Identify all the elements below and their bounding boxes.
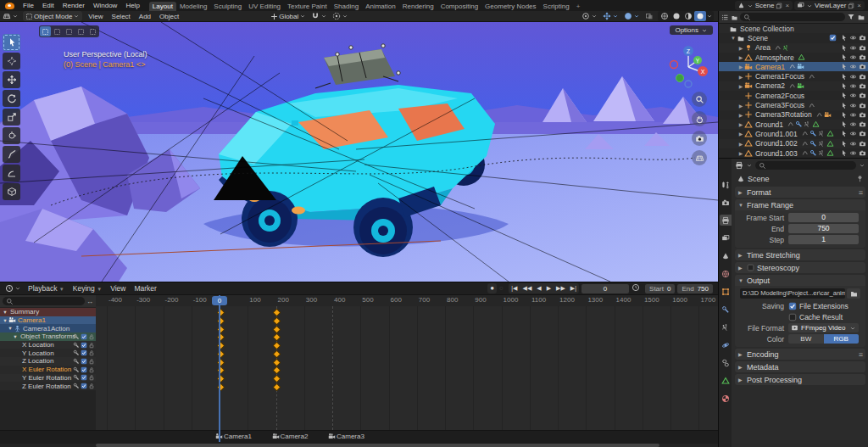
copy-icon[interactable] (776, 3, 782, 9)
channel-modifier-icon[interactable] (73, 342, 80, 349)
pin-icon[interactable] (856, 175, 864, 182)
toggle-render-icon[interactable] (859, 140, 866, 148)
expand-icon[interactable]: ▼ (2, 318, 8, 323)
keyframe[interactable] (273, 309, 281, 317)
timeline-ruler[interactable]: -400-300-200-100010020030040050060070080… (96, 295, 718, 307)
channel-modifier-icon[interactable] (73, 358, 80, 365)
channel-y-euler-rotation[interactable]: Y Euler Rotation (0, 374, 96, 383)
keyframe[interactable] (273, 317, 281, 326)
channel-enable-checkbox[interactable] (81, 349, 87, 356)
tool-move[interactable] (3, 71, 20, 88)
proportional-editing-toggle[interactable] (330, 11, 351, 21)
shading-solid-button[interactable] (670, 11, 682, 21)
outliner-row-camera1focus[interactable]: ▶ Camera1Focus (719, 71, 868, 81)
outliner-row-camera3rotation[interactable]: ▶ Camera3Rotation (719, 110, 868, 120)
timeline-menu-marker[interactable]: Marker (130, 284, 160, 293)
workspace-tab-texture-paint[interactable]: Texture Paint (284, 2, 331, 11)
toggle-selectable-icon[interactable] (840, 34, 848, 42)
properties-tab-object[interactable] (720, 286, 732, 297)
properties-tab-particles[interactable] (720, 321, 732, 332)
toggle-visibility-icon[interactable] (849, 130, 857, 137)
properties-tab-constraints[interactable] (720, 357, 732, 368)
viewport-3d[interactable]: User Perspective (Local) (0) Scene | Cam… (0, 22, 718, 282)
channel-object-transforms[interactable]: ▼Object Transforms (0, 332, 96, 341)
tool-annotate[interactable] (3, 146, 20, 163)
frame-start-field[interactable]: Start0 (645, 284, 675, 293)
presets-icon[interactable]: ≡ (859, 350, 862, 359)
filter-icon[interactable] (847, 13, 855, 21)
nav-pan-button[interactable] (692, 111, 707, 126)
toggle-render-icon[interactable] (859, 53, 866, 61)
scene-selector[interactable]: Scene × (735, 1, 793, 10)
expand-icon[interactable]: ▶ (737, 74, 744, 80)
keyframe-area[interactable] (96, 306, 718, 430)
keyframe[interactable] (273, 366, 281, 375)
menu-render[interactable]: Render (58, 2, 89, 9)
toggle-render-icon[interactable] (859, 82, 866, 90)
toggle-selectable-icon[interactable] (840, 102, 848, 109)
keyframe[interactable] (216, 349, 225, 358)
keyframe[interactable] (273, 342, 281, 350)
toggle-visibility-icon[interactable] (849, 53, 857, 61)
editor-type-button[interactable] (0, 11, 21, 21)
expand-icon[interactable]: ▶ (737, 150, 744, 156)
toggle-selectable-icon[interactable] (840, 73, 848, 81)
properties-tab-modifiers[interactable] (720, 304, 732, 315)
color-bw-button[interactable]: BW (788, 334, 824, 344)
keyframe[interactable] (216, 342, 225, 350)
outliner-row-camera2[interactable]: ▶ Camera2 (719, 81, 868, 91)
close-icon[interactable]: × (856, 2, 862, 9)
keyframe[interactable] (216, 317, 225, 326)
preview-range-icon[interactable] (629, 283, 643, 293)
channel-enable-checkbox[interactable] (81, 358, 87, 365)
expand-icon[interactable]: ▶ (737, 54, 744, 60)
keying-set-button[interactable]: ◌ (497, 283, 505, 293)
expand-width-icon[interactable]: ↔ (86, 298, 93, 305)
outliner-row-ground1-002[interactable]: ▶ Ground1.002 (719, 139, 868, 148)
channel-lock-icon[interactable] (88, 383, 95, 389)
properties-tab-view-layer[interactable] (720, 232, 732, 243)
outliner-row-ground1-001[interactable]: ▶ Ground1.001 (719, 129, 868, 138)
expand-icon[interactable]: ▼ (730, 36, 737, 41)
menu-file[interactable]: File (19, 2, 38, 9)
expand-icon[interactable]: ▶ (737, 131, 744, 137)
workspace-tab-rendering[interactable]: Rendering (399, 2, 437, 11)
toggle-selectable-icon[interactable] (840, 120, 848, 128)
stereoscopy-checkbox[interactable] (747, 264, 754, 271)
channel-lock-icon[interactable] (88, 342, 95, 349)
display-mode-icon[interactable] (731, 14, 738, 21)
channel-z-location[interactable]: Z Location (0, 357, 96, 366)
panel-time-stretching[interactable]: ▶Time Stretching (735, 249, 865, 260)
frame-end-field[interactable]: End750 (677, 284, 713, 293)
keyframe[interactable] (273, 349, 281, 358)
viewport-menu-select[interactable]: Select (108, 13, 135, 20)
frame-end-field[interactable]: 750 (788, 224, 859, 233)
copy-icon[interactable] (848, 3, 854, 9)
outliner-row-camera1[interactable]: ▶ Camera1 (719, 62, 868, 71)
toggle-visibility-icon[interactable] (849, 63, 857, 70)
toggle-visibility-icon[interactable] (849, 82, 857, 90)
channel-enable-checkbox[interactable] (81, 333, 87, 340)
keyframe[interactable] (273, 333, 281, 342)
toggle-render-icon[interactable] (859, 102, 866, 109)
channel-modifier-icon[interactable] (73, 374, 80, 381)
timeline-body[interactable]: -400-300-200-100010020030040050060070080… (0, 295, 718, 447)
playback-next-keyframe-button[interactable]: ▶▶ (554, 283, 568, 293)
color-rgb-button[interactable]: RGB (824, 334, 860, 344)
toggle-visibility-icon[interactable] (849, 73, 857, 81)
toggle-visibility-icon[interactable] (849, 111, 857, 119)
nav-perspective-button[interactable] (692, 150, 707, 165)
workspace-tab-scripting[interactable]: Scripting (540, 2, 573, 11)
panel-encoding[interactable]: ▶Encoding≡ (735, 349, 865, 360)
playback-jump-start-button[interactable]: |◀ (509, 283, 520, 293)
editor-type-icon[interactable] (721, 14, 729, 21)
mode-selector[interactable]: Object Mode (23, 11, 82, 21)
editor-type-icon[interactable] (735, 161, 743, 170)
keyframe[interactable] (216, 366, 225, 375)
auto-keying-button[interactable]: ● (487, 283, 497, 293)
nav-camera-view-button[interactable] (692, 131, 707, 146)
frame-start-field[interactable]: 0 (788, 213, 859, 222)
outliner-row-ground1-003[interactable]: ▶ Ground1.003 (719, 148, 868, 158)
playback-jump-end-button[interactable]: ▶| (568, 283, 579, 293)
playback-play-button[interactable]: ▶ (544, 283, 554, 293)
